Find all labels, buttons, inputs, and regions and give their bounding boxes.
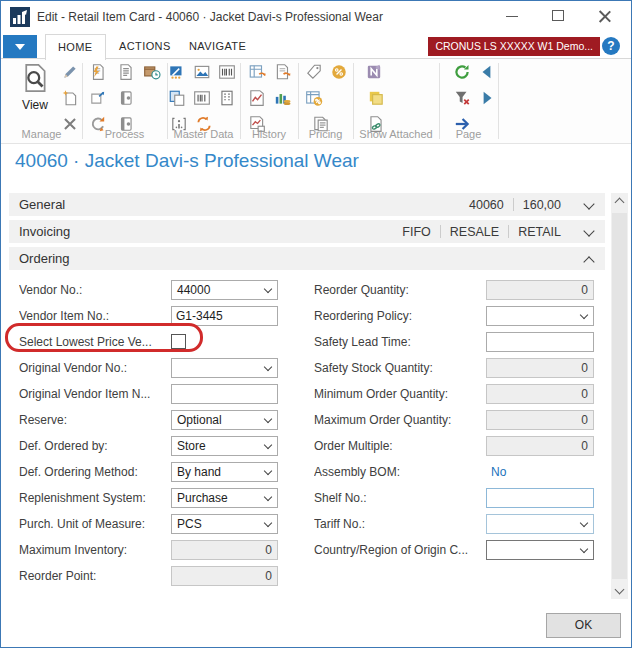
masterdata-copy-item-button[interactable] (168, 89, 186, 107)
building-icon (218, 89, 236, 107)
safety-lead-time-field[interactable] (486, 332, 594, 352)
maximize-button[interactable] (541, 1, 575, 32)
group-label-history: History (240, 128, 298, 140)
company-badge: CRONUS LS XXXXX W1 Demo... (428, 37, 600, 56)
history-chart-button[interactable] (248, 89, 266, 107)
view-document-magnifier-icon (21, 62, 49, 94)
masterdata-measurements-button[interactable] (168, 63, 186, 81)
chevron-down-icon[interactable] (583, 198, 594, 209)
chevron-down-icon[interactable] (580, 311, 588, 319)
group-label-master-data: Master Data (167, 128, 240, 140)
process-availability-button[interactable] (143, 63, 161, 81)
barcode-frame-icon (193, 89, 211, 107)
close-button[interactable] (587, 1, 621, 32)
picture-icon (193, 63, 211, 81)
discount-table-icon (305, 89, 323, 107)
fasttab-ordering[interactable]: Ordering (9, 247, 605, 270)
pricing-discounts-button[interactable] (305, 89, 323, 107)
history-statistics-button[interactable] (273, 89, 291, 107)
history-entries-button[interactable] (248, 63, 266, 81)
invoicing-summary-costing: FIFO (402, 225, 430, 239)
page-next-button[interactable] (478, 89, 496, 107)
fasttab-invoicing-summary: FIFO RESALE RETAIL (402, 220, 561, 243)
attached-onenote-button[interactable] (365, 63, 383, 81)
new-button[interactable] (61, 89, 79, 107)
page-refresh-button[interactable] (453, 63, 471, 81)
order-multiple-label: Order Multiple: (314, 436, 484, 456)
price-tag-icon (305, 63, 323, 81)
edit-button[interactable] (61, 63, 79, 81)
scroll-down-icon[interactable] (615, 585, 625, 595)
maximum-order-quantity-field: 0 (486, 410, 594, 430)
order-multiple-field: 0 (486, 436, 594, 456)
assembly-bom-link[interactable]: No (491, 462, 506, 482)
minimize-button[interactable] (495, 1, 529, 32)
fasttab-general[interactable]: General 40060 160,00 (9, 193, 605, 216)
page-clear-filter-button[interactable] (453, 89, 471, 107)
attached-notes-button[interactable] (367, 89, 385, 107)
refresh-icon (453, 63, 471, 81)
group-label-page: Page (439, 128, 498, 140)
close-icon (598, 10, 611, 23)
pricing-prices-button[interactable] (305, 63, 323, 81)
masterdata-barcode-mask-button[interactable] (193, 89, 211, 107)
masterdata-barcode-button[interactable] (218, 63, 236, 81)
reorder-point-value: 0 (265, 567, 272, 585)
tab-navigate[interactable]: NAVIGATE (177, 34, 258, 59)
window-title: Edit - Retail Item Card - 40060 · Jacket… (37, 1, 383, 33)
process-ledger-button[interactable] (117, 89, 135, 107)
summary-divider (508, 225, 509, 238)
ledger-icon (117, 89, 135, 107)
tariff-no-label: Tariff No.: (314, 514, 484, 534)
fasttab-invoicing[interactable]: Invoicing FIFO RESALE RETAIL (9, 220, 605, 243)
assembly-bom-label: Assembly BOM: (314, 462, 484, 482)
vertical-scrollbar[interactable] (611, 193, 628, 599)
tab-home[interactable]: HOME (45, 34, 106, 60)
masterdata-picture-button[interactable] (193, 63, 211, 81)
shelf-no-field[interactable] (486, 488, 594, 508)
maximize-icon (552, 10, 564, 21)
sticky-note-icon (367, 89, 385, 107)
tab-actions[interactable]: ACTIONS (107, 34, 183, 59)
process-report-button[interactable] (117, 63, 135, 81)
chevron-down-icon[interactable] (580, 519, 588, 527)
document-lines-icon (117, 63, 135, 81)
chevron-down-icon[interactable] (580, 545, 588, 553)
safety-stock-quantity-field: 0 (486, 358, 594, 378)
scrollbar-thumb[interactable] (612, 213, 627, 579)
group-separator (498, 63, 499, 139)
reorder-point-field: 0 (171, 566, 278, 586)
country-region-of-origin-field[interactable] (486, 540, 594, 560)
help-button[interactable]: ? (602, 37, 620, 55)
chevron-up-icon[interactable] (583, 256, 594, 267)
group-label-process: Process (82, 128, 167, 140)
next-triangle-icon (478, 89, 496, 107)
scroll-up-icon[interactable] (615, 198, 625, 208)
general-summary-unit-price: 160,00 (523, 198, 561, 212)
shelf-no-label: Shelf No.: (314, 488, 484, 508)
bar-chart-coins-icon (273, 89, 291, 107)
tariff-no-field[interactable] (486, 514, 594, 534)
barcode-icon (218, 63, 236, 81)
ribbon: View (1, 59, 631, 144)
process-worksheet-button[interactable] (89, 63, 107, 81)
chevron-down-icon[interactable] (583, 225, 594, 236)
entries-table-icon (248, 63, 266, 81)
document-refresh-icon (274, 63, 292, 81)
history-posted-docs-button[interactable] (274, 63, 292, 81)
order-multiple-value: 0 (581, 437, 588, 455)
chevron-down-icon (15, 44, 25, 50)
pricing-percent-button[interactable] (330, 63, 348, 81)
line-chart-document-icon (248, 89, 266, 107)
masterdata-company-button[interactable] (218, 89, 236, 107)
application-menu-button[interactable] (3, 35, 37, 58)
safety-lead-time-label: Safety Lead Time: (314, 332, 484, 352)
view-button[interactable]: View (13, 61, 57, 119)
process-apply-template-button[interactable] (89, 89, 107, 107)
ok-button[interactable]: OK (546, 613, 621, 638)
pencil-icon (61, 63, 79, 81)
reordering-policy-field[interactable] (486, 306, 594, 326)
copy-documents-icon (168, 89, 186, 107)
page-previous-button[interactable] (478, 63, 496, 81)
reordering-policy-label: Reordering Policy: (314, 306, 484, 326)
